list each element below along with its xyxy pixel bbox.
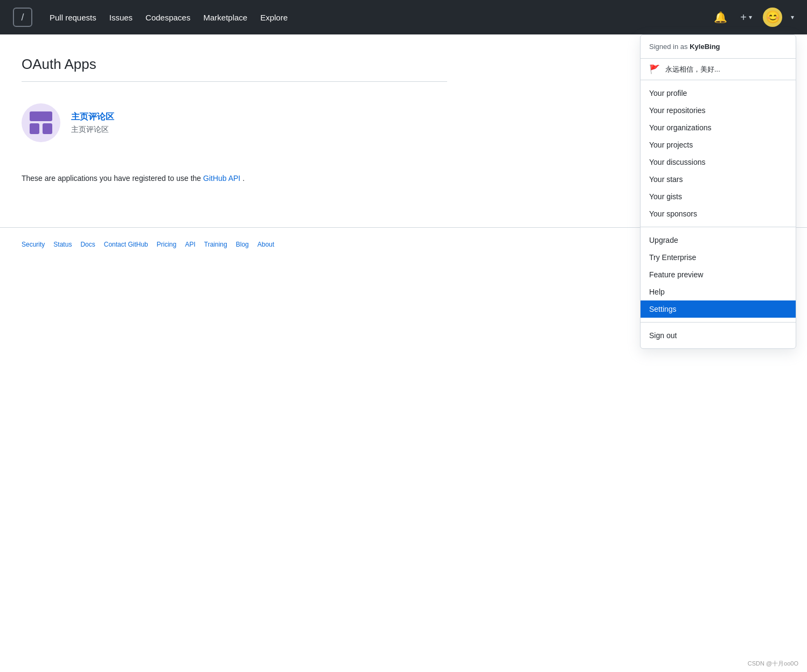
footer-link-status[interactable]: Status (53, 241, 72, 248)
footer-link-security[interactable]: Security (22, 241, 45, 248)
github-api-link[interactable]: GitHub API (203, 174, 240, 183)
settings-item[interactable]: Settings (641, 300, 796, 318)
app-name-link[interactable]: 主页评论区 (71, 111, 114, 123)
new-item-button[interactable]: + ▾ (738, 9, 754, 26)
feature-preview-item[interactable]: Feature preview (641, 266, 796, 283)
page-title: OAuth Apps (22, 56, 447, 82)
status-text: 永远相信，美好... (665, 65, 720, 74)
nav-right-section: 🔔 + ▾ 😊 ▾ (712, 8, 794, 27)
nav-links: Pull requests Issues Codespaces Marketpl… (45, 10, 292, 25)
avatar-chevron-icon: ▾ (791, 13, 794, 21)
nav-explore[interactable]: Explore (256, 10, 292, 25)
chevron-down-icon: ▾ (749, 13, 752, 21)
watermark: CSDN @十月oo0O (748, 660, 798, 668)
github-logo[interactable]: / (13, 8, 32, 27)
footer-link-blog[interactable]: Blog (236, 241, 249, 248)
flag-icon: 🚩 (649, 64, 660, 74)
help-item[interactable]: Help (641, 283, 796, 300)
signed-in-label: Signed in as (649, 43, 688, 51)
user-dropdown-menu: Signed in as KyleBing 🚩 永远相信，美好... Your … (640, 34, 796, 349)
footer-link-docs[interactable]: Docs (80, 241, 95, 248)
app-info: 主页评论区 主页评论区 (71, 111, 114, 135)
your-projects-item[interactable]: Your projects (641, 136, 796, 153)
description-text: These are applications you have register… (22, 172, 447, 184)
username-label: KyleBing (690, 43, 720, 51)
status-item[interactable]: 🚩 永远相信，美好... (641, 59, 796, 80)
bell-icon: 🔔 (714, 11, 727, 24)
nav-marketplace[interactable]: Marketplace (199, 10, 252, 25)
content-inner: OAuth Apps 主页评论区 主页评论区 These a (0, 34, 469, 184)
your-stars-item[interactable]: Your stars (641, 171, 796, 188)
svg-rect-0 (30, 111, 52, 121)
nav-codespaces[interactable]: Codespaces (141, 10, 194, 25)
your-sponsors-item[interactable]: Your sponsors (641, 205, 796, 222)
description-text-before: These are applications you have register… (22, 174, 201, 183)
nav-pull-requests[interactable]: Pull requests (45, 10, 101, 25)
your-organizations-item[interactable]: Your organizations (641, 119, 796, 136)
footer-link-contact-github[interactable]: Contact GitHub (104, 241, 148, 248)
plus-icon: + (740, 11, 747, 24)
footer-link-api[interactable]: API (185, 241, 195, 248)
footer-link-pricing[interactable]: Pricing (157, 241, 177, 248)
app-list-item: 主页评论区 主页评论区 (22, 90, 447, 155)
user-avatar-button[interactable]: 😊 (763, 8, 782, 27)
app-subtitle: 主页评论区 (71, 125, 109, 134)
description-text-after: . (242, 174, 245, 183)
svg-rect-2 (43, 123, 52, 134)
your-gists-item[interactable]: Your gists (641, 188, 796, 205)
nav-issues[interactable]: Issues (105, 10, 137, 25)
dropdown-section-1: Your profile Your repositories Your orga… (641, 80, 796, 227)
top-navigation: / Pull requests Issues Codespaces Market… (0, 0, 807, 34)
sign-out-button[interactable]: Sign out (641, 327, 796, 344)
dropdown-header: Signed in as KyleBing (641, 35, 796, 59)
upgrade-item[interactable]: Upgrade (641, 232, 796, 249)
footer-link-training[interactable]: Training (204, 241, 227, 248)
app-logo-svg (27, 109, 54, 136)
footer-link-about[interactable]: About (258, 241, 274, 248)
dropdown-section-2: Upgrade Try Enterprise Feature preview H… (641, 227, 796, 323)
notification-button[interactable]: 🔔 (712, 9, 729, 26)
svg-rect-1 (30, 123, 39, 134)
avatar-icon: 😊 (766, 10, 780, 24)
try-enterprise-item[interactable]: Try Enterprise (641, 249, 796, 266)
your-repositories-item[interactable]: Your repositories (641, 102, 796, 119)
dropdown-section-signout: Sign out (641, 323, 796, 348)
app-avatar (22, 103, 60, 142)
your-profile-item[interactable]: Your profile (641, 85, 796, 102)
your-discussions-item[interactable]: Your discussions (641, 153, 796, 171)
